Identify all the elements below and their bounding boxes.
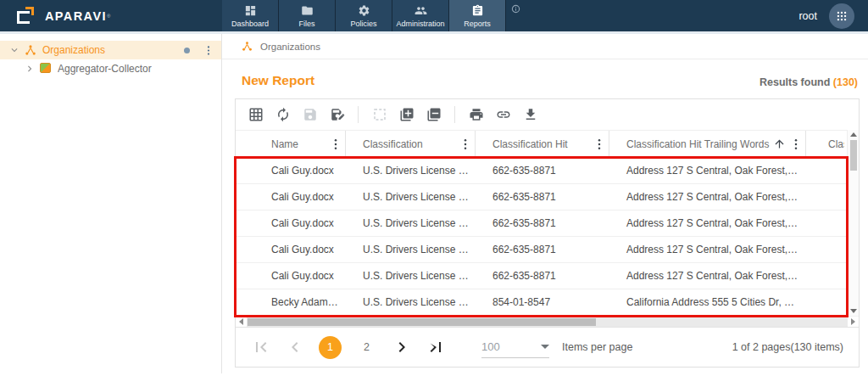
dashboard-icon [244,4,257,17]
scroll-down-arrow-icon[interactable] [850,309,857,313]
page-summary: 1 of 2 pages(130 items) [732,341,843,353]
folder-icon [301,4,314,17]
column-menu-icon[interactable] [459,137,472,151]
results-found: Results found (130) [760,76,858,88]
table-cell: Address 127 S Central, Oak Forest, IL ..… [609,165,806,177]
print-icon [469,107,484,122]
tree-item-label: Organizations [42,44,184,56]
nav-tab-administration[interactable]: Administration [392,0,449,31]
table-cell: U.S. Drivers License Nu... [346,244,476,255]
collapse-all-icon[interactable] [422,104,445,126]
brand-name: APARAVI [45,9,107,23]
column-header-label: Classification [363,138,459,150]
organizations-tree-sidebar: OrganizationsAggregator-Collector [0,34,222,373]
aparavi-logo: APARAVI ® [0,0,222,31]
page-number-1[interactable]: 1 [319,336,342,359]
title-row: New Report Results found (130) [222,59,868,97]
link-icon[interactable] [492,104,515,126]
column-header-2[interactable]: Classification [346,131,476,157]
column-header-1[interactable]: Name [236,131,346,157]
vertical-scrollbar[interactable] [847,130,859,316]
apps-grid-button[interactable] [829,3,854,29]
first-page-button[interactable] [251,337,271,357]
nav-tab-policies[interactable]: Policies [336,0,392,31]
table-row[interactable]: Cali Guy.docxU.S. Drivers License Nu...6… [236,184,847,210]
table-cell: Address 127 S Central, Oak Forest, IL ..… [609,244,806,255]
top-navbar: APARAVI ® DashboardFilesPoliciesAdminist… [0,0,868,34]
info-icon[interactable] [511,4,520,14]
table-columns-icon[interactable] [244,104,267,126]
horizontal-scroll-track[interactable] [247,317,848,327]
download-icon[interactable] [519,104,542,126]
selection-border-icon [372,107,387,122]
table-cell: Becky Adams Cu... [236,296,346,308]
sidebar-item-aggregator-collector[interactable]: Aggregator-Collector [0,59,221,78]
refresh-icon[interactable] [271,104,294,126]
table-cell: Cali Guy.docx [236,217,346,229]
results-count: (130) [833,76,858,88]
vertical-scroll-thumb[interactable] [850,140,857,171]
save-as-icon[interactable] [326,104,348,126]
table-cell: Cali Guy.docx [236,191,346,203]
save-icon[interactable] [298,104,321,126]
breadcrumb-label: Organizations [260,42,320,52]
next-page-button[interactable] [392,337,412,357]
toolbar-divider [358,106,359,123]
collector-icon [40,63,52,75]
print-icon[interactable] [465,104,487,126]
scroll-right-arrow-icon[interactable] [848,318,859,325]
table-row[interactable]: Cali Guy.docxU.S. Drivers License Nu...6… [236,237,847,263]
table-cell: U.S. Drivers License Nu... [346,270,476,282]
page-number-2[interactable]: 2 [355,336,378,359]
scroll-up-arrow-icon[interactable] [850,132,857,137]
column-header-4[interactable]: Classification Hit Trailing Words [609,131,806,157]
table-columns-icon [248,107,264,122]
registered-mark: ® [107,14,110,19]
table-cell: 854-01-8547 [476,296,609,308]
save-icon [303,107,318,122]
breadcrumb[interactable]: Organizations [222,34,868,59]
scroll-left-arrow-icon[interactable] [236,318,247,325]
previous-page-button[interactable] [285,337,305,357]
column-menu-icon[interactable] [329,137,342,151]
page-title: New Report [242,73,314,88]
table-row[interactable]: Becky Adams Cu...U.S. Drivers License Nu… [236,289,847,316]
selection-border-icon[interactable] [368,104,391,126]
table-cell: 662-635-8871 [476,244,609,255]
gear-icon [358,4,370,17]
grid-body: Cali Guy.docxU.S. Drivers License Nu...6… [236,158,847,316]
people-icon [415,4,427,17]
save-as-icon [330,107,345,122]
table-cell: 662-635-8871 [476,165,609,177]
horizontal-scroll-thumb[interactable] [248,318,596,326]
column-header-5[interactable]: Class [806,131,847,157]
data-grid: NameClassificationClassification HitClas… [236,130,859,327]
last-page-button[interactable] [426,337,446,357]
items-per-page-select[interactable]: 100 [481,336,549,358]
nav-tab-reports[interactable]: Reports [449,0,506,31]
sidebar-item-organizations[interactable]: Organizations [0,41,221,59]
nav-tab-label: Reports [464,20,491,28]
table-row[interactable]: Cali Guy.docxU.S. Drivers License Nu...6… [236,263,847,289]
navbar-right: root [798,0,868,31]
clipboard-icon [471,4,484,17]
table-cell: Address 127 S Central, Oak Forest, IL ..… [609,191,806,203]
items-per-page-value: 100 [481,340,500,353]
kebab-menu-icon[interactable] [203,44,214,57]
horizontal-scrollbar[interactable] [236,316,859,327]
nav-tab-dashboard[interactable]: Dashboard [222,0,279,31]
table-row[interactable]: Cali Guy.docxU.S. Drivers License Nu...6… [236,210,847,237]
chevron-right-icon[interactable] [24,63,36,75]
column-header-label: Classification Hit Trailing Words [626,138,773,150]
column-menu-icon[interactable] [789,137,803,151]
table-cell: U.S. Drivers License Nu... [346,165,476,177]
nav-tab-files[interactable]: Files [279,0,336,31]
table-row[interactable]: Cali Guy.docxU.S. Drivers License Nu...6… [236,158,847,184]
column-header-3[interactable]: Classification Hit [476,131,609,157]
toolbar-divider [454,106,455,123]
expand-all-icon[interactable] [395,104,418,126]
column-menu-icon[interactable] [593,137,606,151]
org-hierarchy-icon [242,41,253,52]
column-header-label: Class [828,138,844,150]
chevron-down-icon[interactable] [8,44,20,56]
